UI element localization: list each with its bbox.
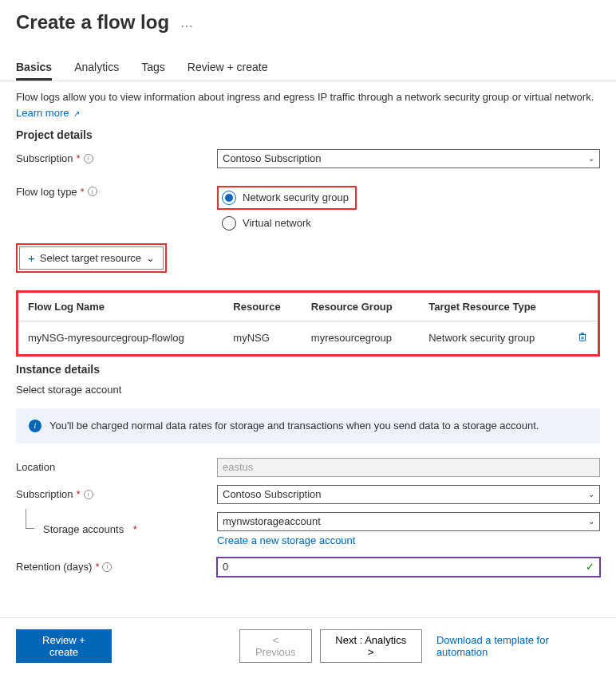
info-icon: i — [29, 420, 41, 432]
storage-account-select[interactable]: mynwstorageaccount ⌄ — [217, 512, 600, 531]
storage-subscription-label: Subscription* i — [16, 488, 217, 500]
learn-more-link[interactable]: Learn more ↗ — [16, 107, 80, 119]
page-title: Create a flow log — [16, 11, 169, 34]
select-target-resource-button[interactable]: + Select target resource ⌄ — [19, 246, 164, 270]
more-actions-icon[interactable]: ⋯ — [180, 19, 193, 33]
chevron-down-icon: ⌄ — [146, 252, 155, 264]
col-target-type: Target Resource Type — [419, 293, 567, 321]
info-icon[interactable]: i — [102, 562, 112, 572]
info-banner: i You'll be charged normal data rates fo… — [16, 408, 600, 443]
select-storage-label: Select storage account — [16, 384, 600, 396]
section-instance-details: Instance details — [16, 363, 600, 376]
subscription-select[interactable]: Contoso Subscription ⌄ — [217, 149, 600, 168]
tab-review-create[interactable]: Review + create — [188, 61, 268, 81]
storage-accounts-label: Storage accounts * — [16, 523, 217, 535]
table-row: myNSG-myresourcegroup-flowlog myNSG myre… — [18, 321, 598, 354]
radio-unchecked-icon — [222, 216, 236, 231]
retention-input[interactable]: 0 ✓ — [217, 558, 600, 577]
info-icon[interactable]: i — [84, 154, 93, 164]
next-button[interactable]: Next : Analytics > — [320, 629, 422, 663]
retention-label: Retention (days)* i — [16, 561, 217, 573]
download-template-link[interactable]: Download a template for automation — [436, 634, 600, 658]
review-create-button[interactable]: Review + create — [16, 629, 112, 663]
col-resource-group: Resource Group — [302, 293, 419, 321]
chevron-down-icon: ⌄ — [588, 517, 594, 526]
radio-checked-icon — [222, 191, 236, 205]
tab-bar: Basics Analytics Tags Review + create — [0, 34, 616, 81]
footer-bar: Review + create < Previous Next : Analyt… — [0, 617, 616, 674]
create-storage-account-link[interactable]: Create a new storage account — [217, 534, 355, 546]
svg-rect-0 — [580, 334, 586, 341]
tab-basics[interactable]: Basics — [16, 61, 52, 81]
previous-button: < Previous — [239, 629, 312, 663]
plus-icon: + — [28, 251, 35, 265]
tab-analytics[interactable]: Analytics — [74, 61, 119, 81]
intro-text: Flow logs allow you to view information … — [16, 89, 600, 105]
info-icon[interactable]: i — [88, 187, 97, 196]
info-icon[interactable]: i — [84, 490, 93, 499]
col-resource: Resource — [223, 293, 301, 321]
flow-log-type-label: Flow log type* i — [16, 186, 217, 198]
storage-subscription-select[interactable]: Contoso Subscription ⌄ — [217, 485, 600, 504]
location-input: eastus — [217, 458, 600, 477]
subscription-label: Subscription* i — [16, 152, 217, 164]
delete-icon[interactable] — [577, 333, 588, 345]
checkmark-icon: ✓ — [586, 561, 594, 573]
location-label: Location — [16, 461, 217, 473]
target-resource-table: Flow Log Name Resource Resource Group Ta… — [16, 290, 600, 357]
chevron-down-icon: ⌄ — [588, 154, 594, 163]
chevron-down-icon: ⌄ — [588, 490, 594, 499]
external-link-icon: ↗ — [73, 109, 80, 118]
tab-tags[interactable]: Tags — [141, 61, 165, 81]
radio-nsg[interactable]: Network security group — [217, 186, 357, 210]
section-project-details: Project details — [16, 128, 600, 141]
col-flowlog-name: Flow Log Name — [18, 293, 223, 321]
radio-vnet[interactable]: Virtual network — [217, 216, 600, 231]
